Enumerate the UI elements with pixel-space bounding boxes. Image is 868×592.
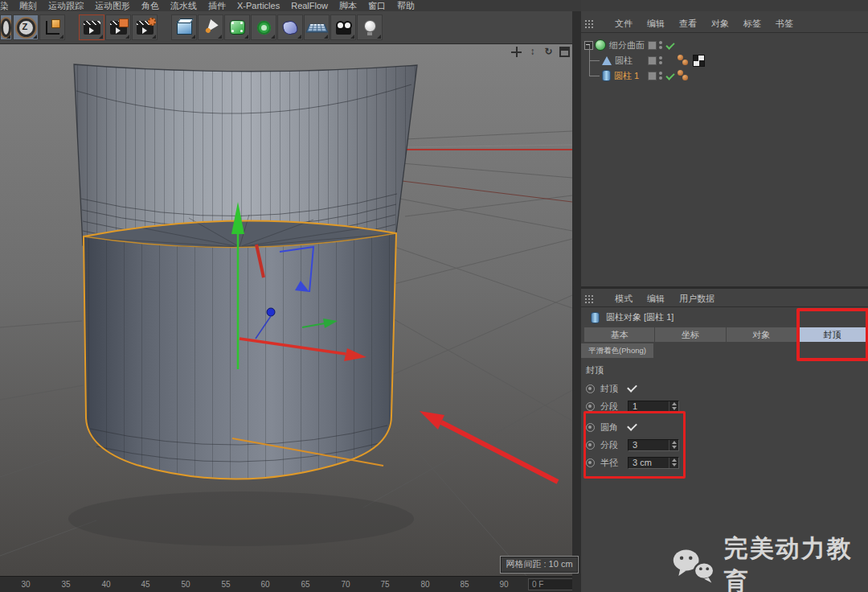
visibility-dots[interactable] (659, 41, 662, 49)
attr-menu-edit[interactable]: 编辑 (647, 293, 665, 305)
timeline-ruler[interactable]: 30 35 40 45 50 55 60 65 70 75 80 85 90 0… (0, 576, 581, 592)
primitive-cube-icon[interactable] (171, 14, 197, 40)
menu-item-script[interactable]: 脚本 (339, 0, 357, 11)
watermark: 完美动力教育 (671, 532, 868, 592)
field-cap-segments: 分段 1 (586, 400, 679, 413)
timeline-tick: 45 (129, 580, 162, 589)
om-menu-file[interactable]: 文件 (615, 18, 633, 30)
checkbox-checked-icon[interactable] (627, 421, 637, 431)
spline-pen-icon[interactable] (198, 14, 223, 40)
light-icon[interactable] (357, 14, 383, 40)
om-menu-edit[interactable]: 编辑 (647, 18, 665, 30)
enabled-check-icon[interactable] (665, 71, 674, 80)
camera-icon[interactable] (330, 14, 356, 40)
left-column: 染 雕刻 运动跟踪 运动图形 角色 流水线 插件 X-Particles Rea… (0, 0, 581, 592)
deformer-icon[interactable] (277, 14, 303, 40)
field-fillet: 圆角 (586, 421, 637, 434)
attribute-menubar: 模式 编辑 用户数据 (581, 293, 868, 305)
rotate-icon[interactable]: ↻ (543, 47, 554, 57)
pan-icon[interactable] (511, 47, 522, 57)
stepper-arrows[interactable] (669, 458, 678, 468)
grid-spacing-label: 网格间距 : 10 cm (500, 556, 579, 574)
menu-item-plugins[interactable]: 插件 (208, 0, 226, 11)
cap-segments-input[interactable]: 1 (628, 401, 679, 413)
layer-swatch[interactable] (648, 56, 657, 65)
tree-line (589, 60, 600, 61)
render-picture-viewer-icon[interactable] (105, 14, 131, 40)
visibility-dots[interactable] (659, 56, 662, 64)
menu-item-clipped[interactable]: 染 (0, 0, 8, 11)
render-settings-icon[interactable] (132, 14, 158, 40)
fillet-radius-input[interactable]: 3 cm (628, 457, 679, 469)
object-row-subdivision[interactable]: 细分曲面 (595, 38, 645, 52)
menu-item-xparticles[interactable]: X-Particles (237, 1, 280, 10)
keyframe-circle-icon[interactable] (586, 441, 595, 450)
mograph-icon[interactable] (251, 14, 276, 40)
tab-object[interactable]: 对象 (727, 327, 796, 342)
phong-tag-icon[interactable] (678, 55, 689, 66)
om-menu-objects[interactable]: 对象 (711, 18, 729, 30)
viewport-3d[interactable]: ↕ ↻ (0, 43, 581, 576)
object-row-cylinder1-selected[interactable]: 圆柱 1 (602, 68, 639, 83)
texture-tag-icon[interactable] (693, 55, 705, 67)
attribute-title: 圆柱对象 [圆柱 1] (591, 311, 674, 323)
menu-item-character[interactable]: 角色 (141, 0, 159, 11)
timeline-tick: 85 (448, 580, 481, 589)
layer-swatch[interactable] (648, 72, 657, 80)
grip-icon[interactable] (584, 294, 594, 304)
object-label[interactable]: 圆柱 (615, 55, 633, 67)
keyframe-circle-icon[interactable] (586, 384, 595, 393)
floor-icon[interactable] (304, 14, 330, 40)
cylinder-icon (602, 70, 611, 81)
timeline-tick: 30 (10, 580, 42, 589)
stepper-arrows[interactable] (669, 440, 678, 450)
main-menubar: 染 雕刻 运动跟踪 运动图形 角色 流水线 插件 X-Particles Rea… (0, 0, 581, 11)
right-panel: 文件 编辑 查看 对象 标签 书签 细分曲面 圆柱 圆柱 1 (581, 11, 868, 592)
grip-icon[interactable] (584, 19, 594, 29)
menu-item-pipeline[interactable]: 流水线 (170, 0, 197, 11)
tab-phong-shading[interactable]: 平滑着色(Phong) (581, 343, 653, 358)
menu-item-motion-tracker[interactable]: 运动跟踪 (48, 0, 84, 11)
panel-divider[interactable] (572, 11, 581, 592)
menu-item-sculpt[interactable]: 雕刻 (19, 0, 37, 11)
om-menu-view[interactable]: 查看 (679, 18, 697, 30)
tab-coordinates[interactable]: 坐标 (655, 327, 725, 342)
axis-workplane-icon[interactable] (39, 14, 65, 40)
maximize-icon[interactable] (559, 47, 570, 57)
field-label: 封顶 (600, 383, 621, 395)
visibility-dots[interactable] (659, 72, 662, 80)
object-row-cylinder[interactable]: 圆柱 (602, 53, 633, 68)
menu-item-window[interactable]: 窗口 (368, 0, 386, 11)
stepper-arrows[interactable] (669, 401, 678, 412)
keyframe-circle-icon[interactable] (586, 402, 595, 411)
menu-item-help[interactable]: 帮助 (397, 0, 415, 11)
history-circle-icon[interactable] (0, 14, 12, 40)
om-menu-bookmarks[interactable]: 书签 (776, 18, 793, 30)
tab-basic[interactable]: 基本 (584, 327, 654, 342)
om-menu-tags[interactable]: 标签 (743, 18, 761, 30)
menu-item-realflow[interactable]: RealFlow (291, 1, 328, 10)
render-view-icon[interactable] (79, 14, 104, 40)
object-label[interactable]: 圆柱 1 (614, 70, 639, 82)
current-frame-field[interactable]: 0 F (528, 578, 578, 590)
subdivision-surface-icon[interactable] (224, 14, 250, 40)
tab-caps[interactable]: 封顶 (797, 327, 867, 342)
layer-swatch[interactable] (648, 41, 657, 50)
checkbox-checked-icon[interactable] (627, 382, 637, 393)
fillet-segments-input[interactable]: 3 (628, 439, 679, 451)
menu-item-mograph[interactable]: 运动图形 (95, 0, 130, 11)
field-fillet-segments: 分段 3 (586, 438, 679, 451)
zoom-icon[interactable]: ↕ (527, 47, 538, 57)
cinema4d-window: 染 雕刻 运动跟踪 运动图形 角色 流水线 插件 X-Particles Rea… (0, 0, 868, 592)
goz-icon[interactable] (13, 14, 39, 40)
keyframe-circle-icon[interactable] (586, 458, 595, 467)
object-label[interactable]: 细分曲面 (609, 39, 645, 51)
attr-menu-mode[interactable]: 模式 (615, 293, 633, 305)
timeline-tick: 35 (50, 580, 82, 589)
attr-menu-userdata[interactable]: 用户数据 (679, 293, 714, 305)
timeline-tick: 65 (289, 580, 321, 589)
phong-tag-icon[interactable] (678, 70, 689, 81)
keyframe-circle-icon[interactable] (586, 423, 595, 432)
enabled-check-icon[interactable] (665, 40, 674, 49)
timeline-tick: 55 (210, 580, 242, 589)
